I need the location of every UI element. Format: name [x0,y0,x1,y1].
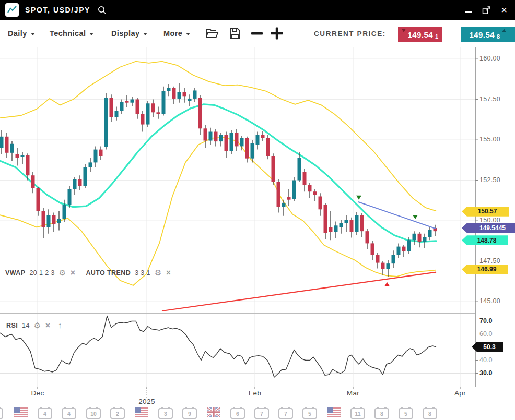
minimize-button[interactable] [464,5,473,15]
triangle-down-marker-icon [356,196,361,200]
rsi-move-up-icon[interactable]: ↑ [57,322,62,329]
calendar-event-icon[interactable]: 11 [350,408,365,419]
triangle-up-marker-icon [384,282,390,286]
candle [402,245,406,257]
calendar-day-number: 3 [164,411,167,417]
price-tick-label: 150.00 [479,217,500,224]
close-button[interactable]: × [499,5,509,15]
calendar-event-icon[interactable]: 7 [254,408,269,419]
price-tick-label: 147.50 [479,257,500,265]
candle [334,222,338,239]
calendar-event-icon[interactable]: 4 [38,408,52,419]
price-up-arrow-icon [502,29,506,32]
vwap-settings-gear-icon[interactable]: ⚙ [59,270,66,276]
save-icon[interactable] [229,20,241,47]
menu-more-label: More [163,29,182,38]
candle [47,209,51,234]
ask-price: 149.54 [470,30,495,39]
calendar-event-icon[interactable]: 5 [399,408,413,419]
indicator-labels-row: VWAP 20 1 2 3 ⚙ × AUTO TREND 3 3 1 ⚙ × [5,269,171,277]
calendar-event-icon[interactable]: 6 [230,408,245,419]
candle [376,253,380,268]
month-label: Mar [347,389,359,397]
open-folder-icon[interactable] [205,20,219,47]
ask-price-box: 149.548 [461,27,515,42]
rsi-settings-gear-icon[interactable]: ⚙ [34,322,41,329]
calendar-day-number: 11 [355,411,360,417]
candle [387,260,390,277]
chevron-down-icon [143,33,147,35]
candle [371,241,374,260]
menu-display[interactable]: Display [111,20,147,47]
title-bar: SPOT, USD/JPY × [0,0,515,20]
candle [31,172,35,193]
auto-trend-remove-icon[interactable]: × [166,270,171,276]
price-down-arrow-icon [402,29,406,32]
candle [245,137,249,163]
auto-trend-indicator-params: 3 3 1 [135,269,150,277]
rsi-remove-icon[interactable]: × [45,322,51,329]
rsi-tick-label: 60.0 [479,330,492,338]
candle [256,132,260,150]
candle [298,152,301,182]
vwap-indicator-params: 20 1 2 3 [29,269,54,277]
bid-price-box: 149.541 [398,27,442,42]
menu-technical[interactable]: Technical [50,20,93,47]
candle [0,130,4,154]
calendar-day-number: 8 [428,411,431,417]
calendar-event-icon[interactable]: 8 [374,408,389,419]
candle [131,97,134,106]
candle [198,95,202,135]
zoom-out-icon[interactable] [251,20,263,47]
auto-trend-settings-gear-icon[interactable]: ⚙ [155,270,162,276]
zoom-in-icon[interactable] [270,20,284,47]
candle [230,130,233,154]
flag-us-icon[interactable] [14,407,28,419]
calendar-day-number: 8 [380,411,383,417]
candle [57,211,61,230]
candle [110,94,113,122]
calendar-event-icon[interactable]: 9 [182,408,197,419]
candle [266,135,270,160]
flag-us-icon[interactable] [327,407,341,419]
vwap-remove-icon[interactable]: × [71,270,76,276]
calendar-event-icon[interactable] [0,408,3,419]
rsi-line [0,316,436,378]
candle [89,158,92,172]
price-badge: 148.78 [462,235,508,245]
calendar-day-number: 5 [308,411,311,417]
flag-us-icon[interactable] [135,407,148,419]
search-icon[interactable] [98,6,107,15]
candle [136,98,139,118]
candle [209,128,213,145]
calendar-event-icon[interactable]: 10 [86,408,101,419]
menu-more[interactable]: More [163,20,190,47]
calendar-event-icon[interactable]: 2 [110,408,125,419]
calendar-event-icon[interactable]: 5 [302,408,317,419]
calendar-event-icon[interactable]: 7 [278,408,293,419]
candle [162,87,166,116]
calendar-event-icon[interactable]: 3 [158,408,173,419]
popout-button[interactable] [482,5,491,15]
calendar-day-number: 9 [188,411,191,417]
calendar-event-icon[interactable]: 4 [62,408,76,419]
candle [428,227,432,240]
candle [120,100,124,114]
trendline-support[interactable] [162,272,436,311]
calendar-event-icon[interactable]: 8 [423,408,437,419]
candle [418,232,422,247]
candle [10,141,14,161]
candle [329,211,333,240]
candle [141,111,145,131]
candle [193,88,197,102]
candle [413,231,416,245]
rsi-indicator-label: RSI [6,322,18,329]
trendline-resistance[interactable] [358,202,436,229]
menu-daily[interactable]: Daily [8,20,35,47]
candle [277,179,280,213]
chart-canvas[interactable] [0,0,515,420]
candle [167,84,171,96]
menu-display-label: Display [111,29,139,38]
flag-uk-icon[interactable] [207,407,220,419]
price-tick-label: 157.50 [479,95,500,103]
